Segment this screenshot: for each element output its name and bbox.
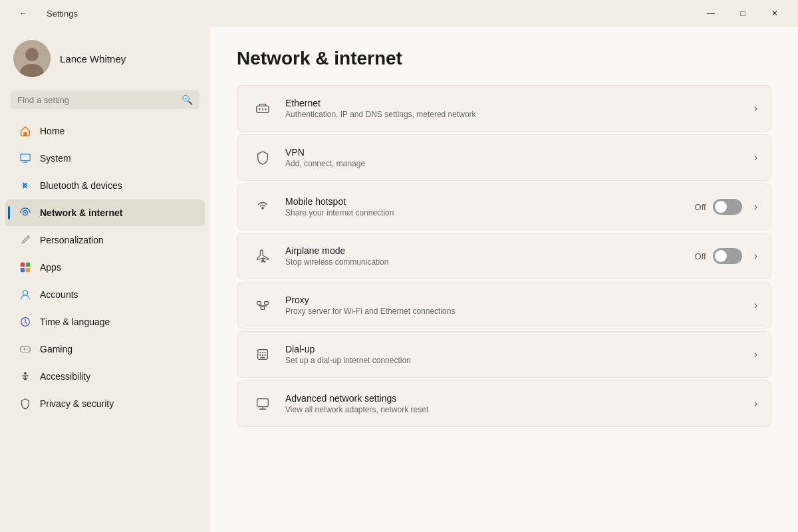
sidebar: Lance Whitney 🔍 Home System Bluetooth & … bbox=[0, 27, 210, 532]
sidebar-item-label: Accessibility bbox=[40, 371, 90, 382]
system-icon bbox=[19, 152, 32, 165]
privacy-icon bbox=[19, 397, 32, 410]
svg-rect-10 bbox=[26, 268, 30, 272]
sidebar-item-gaming[interactable]: Gaming bbox=[5, 336, 205, 362]
chevron-icon-proxy: › bbox=[754, 299, 757, 311]
settings-item-subtitle-vpn: Add, connect, manage bbox=[285, 159, 749, 168]
sidebar-item-label: Time & language bbox=[40, 317, 110, 327]
gaming-icon bbox=[19, 342, 32, 356]
svg-rect-3 bbox=[23, 132, 27, 136]
chevron-icon-dialup: › bbox=[754, 348, 757, 360]
sidebar-item-accounts[interactable]: Accounts bbox=[5, 281, 205, 308]
sidebar-item-apps[interactable]: Apps bbox=[5, 254, 205, 281]
toggle-airplane[interactable] bbox=[713, 248, 742, 264]
sidebar-item-label: Personalization bbox=[40, 235, 104, 245]
svg-point-19 bbox=[261, 207, 264, 209]
sidebar-item-network[interactable]: Network & internet bbox=[5, 200, 205, 226]
chevron-icon-ethernet: › bbox=[754, 102, 757, 114]
accessibility-icon bbox=[19, 370, 32, 383]
settings-item-text-vpn: VPN Add, connect, manage bbox=[285, 147, 749, 168]
svg-point-11 bbox=[23, 291, 27, 295]
sidebar-item-label: Home bbox=[40, 126, 65, 136]
settings-item-title-vpn: VPN bbox=[285, 147, 749, 158]
svg-point-14 bbox=[24, 372, 27, 375]
sidebar-item-personalization[interactable]: Personalization bbox=[5, 227, 205, 253]
back-button[interactable]: ← bbox=[8, 3, 39, 24]
svg-point-25 bbox=[262, 352, 263, 353]
search-input[interactable] bbox=[17, 95, 176, 105]
sidebar-item-label: Privacy & security bbox=[40, 398, 114, 409]
svg-rect-17 bbox=[262, 108, 263, 110]
sidebar-item-label: Network & internet bbox=[40, 207, 122, 218]
settings-item-text-airplane: Airplane mode Stop wireless communicatio… bbox=[285, 245, 687, 267]
settings-item-title-ethernet: Ethernet bbox=[285, 98, 749, 108]
settings-item-hotspot[interactable]: Mobile hotspot Share your internet conne… bbox=[237, 184, 771, 230]
sidebar-item-label: Gaming bbox=[40, 344, 72, 354]
settings-item-ethernet[interactable]: Ethernet Authentication, IP and DNS sett… bbox=[237, 85, 771, 132]
user-section: Lance Whitney bbox=[0, 27, 210, 88]
settings-item-right-airplane: Off › bbox=[695, 248, 757, 264]
toggle-hotspot[interactable] bbox=[713, 199, 742, 215]
svg-rect-7 bbox=[21, 263, 25, 267]
toggle-label-airplane: Off bbox=[695, 251, 706, 261]
close-button[interactable]: ✕ bbox=[759, 3, 790, 24]
svg-rect-21 bbox=[265, 302, 269, 305]
settings-item-subtitle-airplane: Stop wireless communication bbox=[285, 257, 687, 267]
sidebar-item-system[interactable]: System bbox=[5, 145, 205, 172]
settings-item-advanced[interactable]: Advanced network settings View all netwo… bbox=[237, 380, 771, 427]
sidebar-item-time[interactable]: Time & language bbox=[5, 309, 205, 335]
vpn-icon bbox=[251, 146, 275, 170]
settings-item-title-proxy: Proxy bbox=[285, 295, 749, 305]
svg-rect-18 bbox=[265, 108, 267, 110]
user-name: Lance Whitney bbox=[60, 53, 126, 65]
sidebar-item-label: System bbox=[40, 153, 71, 164]
minimize-button[interactable]: — bbox=[696, 3, 726, 24]
main-content: Network & internet Ethernet Authenticati… bbox=[210, 27, 798, 532]
settings-item-title-advanced: Advanced network settings bbox=[285, 393, 749, 404]
settings-item-subtitle-ethernet: Authentication, IP and DNS settings, met… bbox=[285, 110, 749, 119]
dialup-icon bbox=[251, 342, 275, 366]
airplane-icon bbox=[251, 244, 275, 268]
sidebar-item-privacy[interactable]: Privacy & security bbox=[5, 390, 205, 417]
svg-point-29 bbox=[265, 354, 266, 356]
settings-item-text-proxy: Proxy Proxy server for Wi-Fi and Etherne… bbox=[285, 295, 749, 316]
maximize-button[interactable]: □ bbox=[728, 3, 758, 24]
app-title: Settings bbox=[47, 9, 78, 19]
settings-item-title-airplane: Airplane mode bbox=[285, 245, 687, 256]
settings-item-text-dialup: Dial-up Set up a dial-up internet connec… bbox=[285, 344, 749, 365]
sidebar-item-bluetooth[interactable]: Bluetooth & devices bbox=[5, 172, 205, 199]
chevron-icon-advanced: › bbox=[754, 398, 757, 410]
svg-point-1 bbox=[25, 48, 39, 61]
settings-list: Ethernet Authentication, IP and DNS sett… bbox=[237, 85, 771, 427]
settings-item-subtitle-hotspot: Share your internet connection bbox=[285, 208, 687, 217]
settings-item-subtitle-proxy: Proxy server for Wi-Fi and Ethernet conn… bbox=[285, 307, 749, 316]
sidebar-item-label: Accounts bbox=[40, 289, 78, 300]
svg-rect-16 bbox=[259, 108, 261, 110]
sidebar-item-home[interactable]: Home bbox=[5, 118, 205, 144]
sidebar-item-label: Apps bbox=[40, 262, 61, 273]
settings-item-right-hotspot: Off › bbox=[695, 199, 757, 215]
settings-item-subtitle-advanced: View all network adapters, network reset bbox=[285, 405, 749, 414]
toggle-label-hotspot: Off bbox=[695, 202, 706, 212]
settings-item-proxy[interactable]: Proxy Proxy server for Wi-Fi and Etherne… bbox=[237, 282, 771, 329]
chevron-icon-vpn: › bbox=[754, 152, 757, 164]
ethernet-icon bbox=[251, 96, 275, 120]
chevron-icon-hotspot: › bbox=[754, 201, 757, 213]
chevron-icon-airplane: › bbox=[754, 250, 757, 262]
personalization-icon bbox=[19, 233, 32, 247]
network-icon bbox=[19, 206, 32, 219]
settings-item-airplane[interactable]: Airplane mode Stop wireless communicatio… bbox=[237, 233, 771, 279]
apps-icon bbox=[19, 261, 32, 274]
svg-rect-8 bbox=[26, 263, 30, 267]
settings-item-vpn[interactable]: VPN Add, connect, manage › bbox=[237, 134, 771, 181]
nav-container: Home System Bluetooth & devices Network … bbox=[0, 117, 210, 418]
svg-point-28 bbox=[262, 354, 263, 356]
settings-item-text-ethernet: Ethernet Authentication, IP and DNS sett… bbox=[285, 98, 749, 119]
svg-point-27 bbox=[259, 354, 261, 356]
svg-point-6 bbox=[25, 212, 27, 214]
svg-point-24 bbox=[259, 352, 261, 353]
settings-item-dialup[interactable]: Dial-up Set up a dial-up internet connec… bbox=[237, 331, 771, 378]
home-icon bbox=[19, 124, 32, 138]
sidebar-item-accessibility[interactable]: Accessibility bbox=[5, 363, 205, 390]
svg-rect-9 bbox=[21, 268, 25, 272]
